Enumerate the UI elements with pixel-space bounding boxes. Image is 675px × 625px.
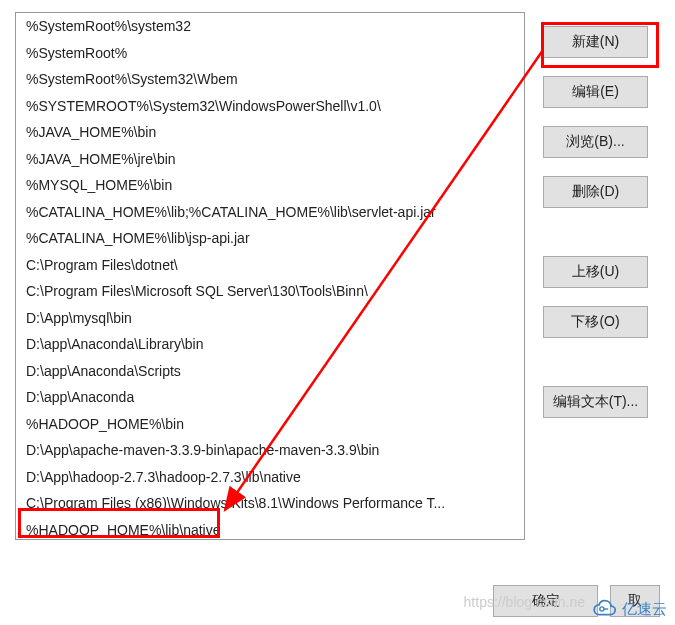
list-item[interactable]: %SystemRoot% bbox=[16, 40, 524, 67]
delete-button[interactable]: 删除(D) bbox=[543, 176, 648, 208]
svg-point-2 bbox=[600, 607, 604, 611]
list-item[interactable]: %SYSTEMROOT%\System32\WindowsPowerShell\… bbox=[16, 93, 524, 120]
list-item[interactable]: %SystemRoot%\system32 bbox=[16, 13, 524, 40]
logo-text: 亿速云 bbox=[622, 600, 667, 619]
list-item[interactable]: %MYSQL_HOME%\bin bbox=[16, 172, 524, 199]
watermark-text: https://blog.csdn.ne bbox=[464, 594, 585, 610]
new-button[interactable]: 新建(N) bbox=[543, 26, 648, 58]
list-item[interactable]: D:\App\hadoop-2.7.3\hadoop-2.7.3\lib\nat… bbox=[16, 464, 524, 491]
list-item[interactable]: D:\app\Anaconda bbox=[16, 384, 524, 411]
list-item[interactable]: %HADOOP_HOME%\lib\native bbox=[16, 517, 524, 541]
list-item[interactable]: C:\Program Files (x86)\Windows Kits\8.1\… bbox=[16, 490, 524, 517]
edit-text-button[interactable]: 编辑文本(T)... bbox=[543, 386, 648, 418]
list-item[interactable]: %JAVA_HOME%\bin bbox=[16, 119, 524, 146]
list-item[interactable]: C:\Program Files\Microsoft SQL Server\13… bbox=[16, 278, 524, 305]
browse-button[interactable]: 浏览(B)... bbox=[543, 126, 648, 158]
list-item[interactable]: %CATALINA_HOME%\lib;%CATALINA_HOME%\lib\… bbox=[16, 199, 524, 226]
logo: 亿速云 bbox=[590, 599, 667, 619]
list-item[interactable]: %JAVA_HOME%\jre\bin bbox=[16, 146, 524, 173]
list-item[interactable]: D:\App\apache-maven-3.3.9-bin\apache-mav… bbox=[16, 437, 524, 464]
button-column: 新建(N) 编辑(E) 浏览(B)... 删除(D) 上移(U) 下移(O) 编… bbox=[543, 12, 648, 540]
list-item[interactable]: %HADOOP_HOME%\bin bbox=[16, 411, 524, 438]
path-list[interactable]: %SystemRoot%\system32 %SystemRoot% %Syst… bbox=[15, 12, 525, 540]
list-item[interactable]: %CATALINA_HOME%\lib\jsp-api.jar bbox=[16, 225, 524, 252]
edit-button[interactable]: 编辑(E) bbox=[543, 76, 648, 108]
cloud-icon bbox=[590, 599, 618, 619]
list-item[interactable]: %SystemRoot%\System32\Wbem bbox=[16, 66, 524, 93]
move-up-button[interactable]: 上移(U) bbox=[543, 256, 648, 288]
list-item[interactable]: D:\app\Anaconda\Library\bin bbox=[16, 331, 524, 358]
list-item[interactable]: D:\app\Anaconda\Scripts bbox=[16, 358, 524, 385]
move-down-button[interactable]: 下移(O) bbox=[543, 306, 648, 338]
list-item[interactable]: D:\App\mysql\bin bbox=[16, 305, 524, 332]
list-item[interactable]: C:\Program Files\dotnet\ bbox=[16, 252, 524, 279]
